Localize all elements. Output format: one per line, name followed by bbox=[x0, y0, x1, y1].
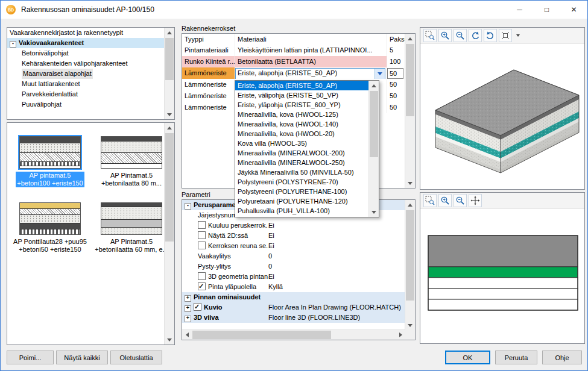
scroll-down-icon[interactable] bbox=[369, 207, 379, 217]
layer-row-lammoneriste-1[interactable]: Lämmöneriste Eriste, alapohja (ERISTE_50… bbox=[182, 67, 405, 79]
parameters-hscrollbar[interactable] bbox=[182, 329, 405, 340]
minimize-button[interactable]: ─ bbox=[506, 1, 533, 19]
column-header-paksuus[interactable]: Paksuus bbox=[387, 34, 405, 45]
checkbox-unchecked[interactable] bbox=[198, 272, 206, 280]
tree-item-keharakenteiden[interactable]: Kehärakenteiden välipohjarakenteet bbox=[7, 58, 165, 69]
param-row-kuuluu-peruskerrokseen[interactable]: Kuuluu peruskerrok... Ei bbox=[182, 220, 405, 231]
dropdown-scrollbar[interactable] bbox=[368, 81, 379, 217]
tree-item-betonivalipohjat[interactable]: Betonivälipohjat bbox=[7, 48, 165, 58]
param-group-kuvio[interactable]: +Kuvio Floor Area In Plan Drawing (FLOOR… bbox=[182, 302, 405, 313]
combobox-dropdown-button[interactable] bbox=[375, 69, 385, 79]
layers-scrollbar[interactable] bbox=[405, 34, 415, 188]
preview-2d-viewport[interactable] bbox=[420, 208, 584, 343]
param-group-pinnan-ominaisuudet[interactable]: +Pinnan ominaisuudet bbox=[182, 292, 405, 302]
thickness-input[interactable]: 50 bbox=[387, 68, 403, 79]
scroll-down-icon[interactable] bbox=[405, 320, 415, 330]
zoom-in-button[interactable] bbox=[438, 194, 452, 207]
tree-item-puuvalipohjat[interactable]: Puuvälipohjat bbox=[7, 99, 165, 110]
nayta-kaikki-button[interactable]: Näytä kaikki bbox=[56, 351, 108, 364]
dropdown-option[interactable]: Jäykkä Mineraalivilla 50 (MINVILLA-50) bbox=[235, 167, 369, 177]
dropdown-option[interactable]: Mineraalivilla, kova (HWOOL-20) bbox=[235, 129, 369, 139]
pan-button[interactable] bbox=[469, 194, 482, 207]
preview-3d-viewport[interactable] bbox=[420, 43, 584, 189]
param-row-3d-geometria[interactable]: 3D geometria pintana Ei bbox=[182, 272, 405, 282]
toolbar-dropdown-button[interactable] bbox=[514, 29, 522, 42]
dropdown-option[interactable]: Polystyreeni (POLYURETHANE-100) bbox=[235, 187, 369, 196]
poimi-button[interactable]: Poimi... bbox=[7, 351, 54, 364]
parameters-vscrollbar[interactable] bbox=[405, 200, 415, 330]
param-group-3d-viiva[interactable]: +3D viiva Floor line 3D (FLOOR.LINE3D) bbox=[182, 313, 405, 323]
dropdown-option[interactable]: Mineraalivilla (MINERALWOOL-250) bbox=[235, 158, 369, 167]
scrollbar-thumb[interactable] bbox=[370, 91, 378, 157]
layer-row-runko[interactable]: Runko Kiinteä r... Betonilaatta (BETLAAT… bbox=[182, 56, 405, 67]
dropdown-option[interactable]: Mineraalivilla, kova (HWOOL-140) bbox=[235, 119, 369, 129]
oletuslattia-button[interactable]: Oletuslattia bbox=[110, 351, 162, 364]
zoom-window-button[interactable] bbox=[423, 194, 437, 207]
thumbnail-ap-pintamat5-betonilaatta60[interactable]: AP Pintamat.5 +betonilaatta 60 mm, e... bbox=[93, 202, 169, 254]
thumbnail-ap-pintamat5-betoni100[interactable]: AP pintamat.5 +betoni100 +eriste150 bbox=[12, 136, 88, 187]
dropdown-option[interactable]: Eriste, alapohja (ERISTE_50_AP) bbox=[235, 81, 369, 90]
thumbnail-ap-ponttilauta28[interactable]: AP Ponttilauta28 +puu95 +betoni50 +erist… bbox=[12, 202, 88, 254]
collapse-icon[interactable]: - bbox=[10, 41, 16, 48]
peruuta-button[interactable]: Peruuta bbox=[495, 351, 537, 364]
zoom-window-button[interactable] bbox=[423, 29, 437, 42]
checkbox-unchecked[interactable] bbox=[198, 242, 206, 249]
ohje-button[interactable]: Ohje bbox=[542, 351, 582, 364]
scrollbar-thumb[interactable] bbox=[165, 38, 174, 80]
scroll-up-icon[interactable] bbox=[405, 34, 415, 43]
rotate-right-button[interactable] bbox=[484, 29, 497, 42]
param-row-pysty-ylitys[interactable]: Pysty-ylitys 0 bbox=[182, 261, 405, 272]
param-row-kerroksen-reuna[interactable]: Kerroksen reuna se... Ei bbox=[182, 241, 405, 251]
expand-icon[interactable]: + bbox=[185, 305, 191, 312]
rotate-left-button[interactable] bbox=[469, 29, 482, 42]
param-row-pinta-ylapuolella[interactable]: Pinta yläpuolella Kyllä bbox=[182, 282, 405, 292]
collapse-icon[interactable]: - bbox=[185, 203, 191, 210]
expand-icon[interactable]: + bbox=[185, 295, 191, 302]
expand-icon[interactable]: + bbox=[185, 316, 191, 322]
scrollbar-thumb[interactable] bbox=[406, 44, 414, 116]
dropdown-option[interactable]: Polystyreeni (POLYSTYRENE-70) bbox=[235, 177, 369, 187]
dropdown-option[interactable]: Eriste, välipohja (ERISTE_50_VP) bbox=[235, 90, 369, 100]
checkbox-checked[interactable] bbox=[194, 303, 201, 311]
material-combobox[interactable]: Eriste, alapohja (ERISTE_50_AP) bbox=[235, 68, 385, 79]
dropdown-option[interactable]: Kova villa (HWOOL-35) bbox=[235, 139, 369, 148]
scrollbar-thumb[interactable] bbox=[406, 210, 414, 301]
scroll-left-icon[interactable] bbox=[182, 330, 192, 340]
scroll-down-icon[interactable] bbox=[405, 178, 415, 188]
ok-button[interactable]: OK bbox=[445, 351, 490, 364]
scroll-up-icon[interactable] bbox=[165, 123, 174, 132]
checkbox-checked[interactable] bbox=[198, 282, 206, 290]
scroll-up-icon[interactable] bbox=[405, 200, 415, 210]
checkbox-unchecked[interactable] bbox=[198, 221, 206, 229]
column-header-tyyppi[interactable]: Tyyppi bbox=[182, 34, 235, 45]
scrollbar-thumb[interactable] bbox=[192, 331, 331, 339]
tree-item-muut-lattiarakenteet[interactable]: Muut lattiarakenteet bbox=[7, 79, 165, 89]
dropdown-option[interactable]: Puhallusvilla (PUH_VILLA-100) bbox=[235, 206, 369, 216]
scroll-down-icon[interactable] bbox=[165, 335, 174, 344]
dropdown-option[interactable]: Mineraalivilla, kova (HWOOL-125) bbox=[235, 110, 369, 119]
scroll-right-icon[interactable] bbox=[396, 330, 405, 340]
maximize-button[interactable]: □ bbox=[533, 1, 560, 19]
dropdown-option[interactable]: Eriste, yläpohja (ERISTE_600_YP) bbox=[235, 100, 369, 110]
thumbnails-scrollbar[interactable] bbox=[164, 123, 174, 344]
zoom-in-button[interactable] bbox=[438, 29, 452, 42]
scrollbar-thumb[interactable] bbox=[165, 133, 174, 242]
tree-item-parvekkeidenlattiat[interactable]: Parvekkeidenlattiat bbox=[7, 89, 165, 99]
zoom-extents-button[interactable] bbox=[499, 29, 512, 42]
tree-item-maanvaraiset-alapohjat[interactable]: Maanvaraiset alapohjat bbox=[7, 69, 165, 79]
zoom-out-button[interactable] bbox=[454, 194, 467, 207]
param-row-nayta-2d[interactable]: Näytä 2D:ssä Ei bbox=[182, 231, 405, 241]
thumbnail-ap-pintamat5-betonilaatta80[interactable]: AP Pintamat.5 +betonilaatta 80 m... bbox=[93, 136, 169, 187]
scroll-up-icon[interactable] bbox=[165, 28, 174, 37]
tree-item-vakiovaakarakenteet[interactable]: -Vakiovaakarakenteet bbox=[7, 38, 165, 48]
library-scrollbar[interactable] bbox=[164, 28, 174, 119]
zoom-out-button[interactable] bbox=[454, 29, 467, 42]
dropdown-option[interactable]: Polyuretaani (POLYURETHANE-120) bbox=[235, 196, 369, 206]
param-row-vaakaylitys[interactable]: Vaakaylitys 0 bbox=[182, 251, 405, 261]
checkbox-unchecked[interactable] bbox=[198, 231, 206, 239]
scroll-down-icon[interactable] bbox=[165, 110, 174, 119]
close-button[interactable]: ✕ bbox=[560, 1, 587, 19]
column-header-materiaali[interactable]: Materiaali bbox=[235, 34, 387, 45]
dropdown-option[interactable]: Mineraalivilla (MINERALWOOL-200) bbox=[235, 148, 369, 158]
layer-row-pintamateriaali[interactable]: Pintamateriaali Yleiskäyttöinen lattian … bbox=[182, 45, 405, 56]
